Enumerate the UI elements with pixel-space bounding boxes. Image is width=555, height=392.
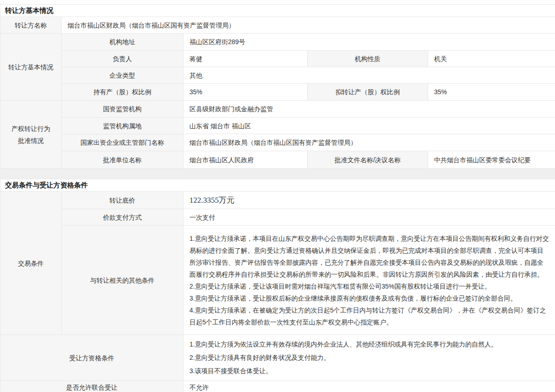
label-floor-price: 转让底价 <box>62 192 183 209</box>
section-divider <box>0 169 555 179</box>
group-label-approval-line2: 批准情况 <box>4 135 57 147</box>
value-transferee-qualification: 1.意向受让方须为依法设立并有效存续的境内外企业法人、其他经济组织或具有完全民事… <box>183 335 555 381</box>
transferor-basic-info-table: 转让方基本情况 转让方名称 烟台市福山区财政局（烟台市福山区国有资产监督管理局）… <box>0 4 555 169</box>
label-principal: 负责人 <box>62 51 183 67</box>
trade-conditions-table: 交易条件与受让方资格条件 交易条件 转让底价 122.3355万元 价款支付方式… <box>0 179 555 392</box>
value-floor-price: 122.3355万元 <box>183 192 555 209</box>
other-condition-item: 2.意向受让方须承诺，受让该项目时需对烟台祥瑞汽车租赁有限公司35%国有股权转让… <box>189 280 549 292</box>
value-transferor-name: 烟台市福山区财政局（烟台市福山区国有资产监督管理局） <box>62 17 555 34</box>
label-approval-doc: 批准文件名称/决议名称 <box>308 151 428 169</box>
value-principal: 蒋健 <box>183 51 308 67</box>
label-enterprise-type: 企业类型 <box>62 67 183 84</box>
label-regulator-region: 监管机构属地 <box>62 118 183 134</box>
label-payment-method: 价款支付方式 <box>62 209 183 226</box>
qualification-item: 3.该项目不接受联合体受让。 <box>189 364 549 378</box>
section-title-trade-conditions: 交易条件与受让方资格条件 <box>0 179 555 192</box>
label-holding-ratio: 持有产（股）权比例 <box>62 84 183 101</box>
qualification-item: 1.意向受让方须为依法设立并有效存续的境内外企业法人、其他经济组织或具有完全民事… <box>189 338 549 351</box>
value-regulator-region: 山东省 烟台市 福山区 <box>183 118 555 134</box>
value-approval-unit: 烟台市福山区人民政府 <box>183 151 308 169</box>
value-holding-ratio: 35% <box>183 84 308 101</box>
label-state-funded-dept: 国家出资企业或主管部门名称 <box>62 134 183 151</box>
group-label-trade-conditions: 交易条件 <box>0 192 62 335</box>
other-condition-item: 4.意向受让方须承诺，在被确定为受让方的次日起5个工作日内与转让方签订《产权交易… <box>189 304 549 328</box>
value-other-conditions: 1.意向受让方须承诺，本项目在山东产权交易中心公告期即为尽职调查期，意向受让方在… <box>183 226 555 335</box>
value-org-address: 福山区区府街289号 <box>183 34 555 51</box>
label-joint-transfer: 是否允许联合受让 <box>0 381 183 392</box>
group-label-approval-status: 产权转让行为 批准情况 <box>0 101 62 169</box>
label-org-address: 机构地址 <box>62 34 183 51</box>
label-transferee-qualification: 受让方资格条件 <box>0 335 183 381</box>
value-org-nature: 机关 <box>428 51 555 67</box>
value-transfer-ratio: 35% <box>428 84 555 101</box>
value-enterprise-type: 其他 <box>183 67 555 84</box>
label-transferor-name: 转让方名称 <box>0 17 62 34</box>
group-label-approval-line1: 产权转让行为 <box>4 123 57 135</box>
other-condition-item: 1.意向受让方须承诺，本项目在山东产权交易中心公告期即为尽职调查期，意向受让方在… <box>189 233 549 280</box>
group-label-transferor-basic: 转让方基本情况 <box>0 34 62 101</box>
value-joint-transfer: 不允许 <box>183 381 555 392</box>
property-transfer-detail-page: 转让方基本情况 转让方名称 烟台市福山区财政局（烟台市福山区国有资产监督管理局）… <box>0 0 555 392</box>
other-condition-item: 3.意向受让方须承诺，受让股权后标的企业继续承接原有的债权债务及或有负债，履行标… <box>189 292 549 304</box>
section-title-transferor-basic-info: 转让方基本情况 <box>0 5 555 17</box>
label-org-nature: 机构性质 <box>308 51 428 67</box>
value-payment-method: 一次支付 <box>183 209 555 226</box>
label-approval-unit: 批准单位名称 <box>62 151 183 169</box>
value-state-regulator: 区县级财政部门或金融办监管 <box>183 101 555 118</box>
label-other-conditions: 与转让相关的其他条件 <box>62 226 183 335</box>
label-transfer-ratio: 拟转让产（股）权比例 <box>308 84 428 101</box>
value-state-funded-dept: 烟台市福山区财政局（烟台市福山区国有资产监督管理局） <box>183 134 555 151</box>
value-approval-doc: 中共烟台市福山区委常委会议纪要 <box>428 151 555 169</box>
qualification-item: 2.意向受让方须具有良好的财务状况及支付能力。 <box>189 351 549 364</box>
label-state-regulator: 国资监管机构 <box>62 101 183 118</box>
